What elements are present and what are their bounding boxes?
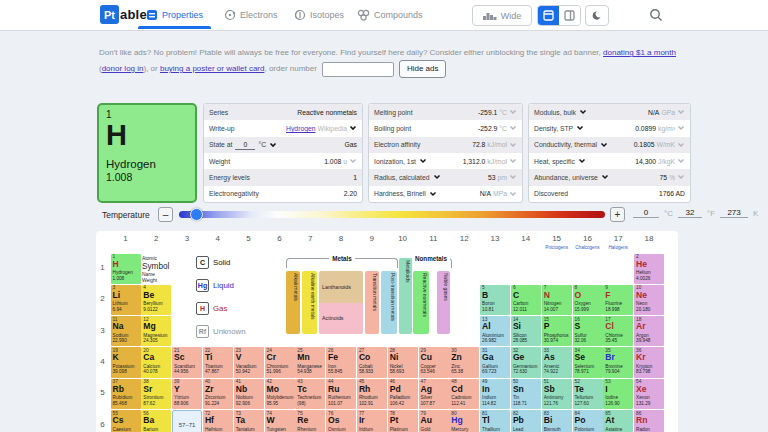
element-cell-Li[interactable]: 3LiLithium6.94 [111, 285, 141, 315]
state-temperature-input[interactable] [235, 140, 255, 150]
element-cell-Sr[interactable]: 38SrStrontium87.62 [141, 379, 171, 409]
element-cell-I[interactable]: 53IIodine126.90 [603, 379, 633, 409]
group-header-4[interactable]: 4 [202, 234, 233, 243]
element-cell-Ni[interactable]: 28NiNickel58.693 [388, 347, 418, 377]
element-cell-Mo[interactable]: 42MoMolybdenum95.95 [265, 379, 295, 409]
element-cell-Cr[interactable]: 24CrChromium51.996 [265, 347, 295, 377]
element-cell-Sb[interactable]: 51SbAntimony121.76 [542, 379, 572, 409]
element-cell-Ru[interactable]: 44RuRuthenium101.07 [326, 379, 356, 409]
chevron-down-icon[interactable] [429, 191, 437, 197]
group-header-6[interactable]: 6 [264, 234, 295, 243]
chevron-down-icon[interactable] [677, 174, 685, 180]
element-cell-Hf[interactable]: 72HfHafnium [203, 410, 233, 432]
element-cell-Br[interactable]: 35BrBromine79.904 [603, 347, 633, 377]
element-cell-Po[interactable]: 84PoPolonium [573, 410, 603, 432]
element-cell-Hg[interactable]: 80HgMercury [449, 410, 479, 432]
element-cell-Cs[interactable]: 55CsCaesium [111, 410, 141, 432]
fahrenheit-input[interactable]: 32 [678, 208, 702, 218]
tab-isotopes[interactable]: Isotopes [294, 0, 344, 29]
element-cell-N[interactable]: 7NNitrogen14.007 [542, 285, 572, 315]
element-cell-Os[interactable]: 76OsOsmium [326, 410, 356, 432]
element-cell-Be[interactable]: 4BeBeryllium9.0122 [141, 285, 171, 315]
element-cell-P[interactable]: 15PPhosphorus30.974 [542, 316, 572, 346]
property-label[interactable]: Density, STP [534, 125, 584, 132]
state-key-unknown[interactable]: RfUnknown [196, 324, 246, 338]
lanthanide-range-cell[interactable]: 57–71 [172, 410, 202, 432]
celsius-input[interactable]: 0 [633, 208, 659, 218]
group-header-3[interactable]: 3 [172, 234, 203, 243]
element-cell-B[interactable]: 5BBoron10.81 [480, 285, 510, 315]
tab-electrons[interactable]: Electrons [224, 0, 278, 29]
element-cell-F[interactable]: 9FFluorine18.998 [603, 285, 633, 315]
element-cell-Ir[interactable]: 77IrIridium [357, 410, 387, 432]
donor-login-link[interactable]: donor log in [102, 64, 144, 73]
search-button[interactable] [649, 8, 663, 26]
chevron-down-icon[interactable] [677, 125, 685, 131]
poster-link[interactable]: buying a poster or wallet card [160, 64, 265, 73]
state-key-liquid[interactable]: HgLiquid [196, 278, 246, 292]
element-cell-At[interactable]: 85AtAstatine [603, 410, 633, 432]
element-cell-Al[interactable]: 13AlAluminium26.982 [480, 316, 510, 346]
property-label[interactable]: Modulus, bulk [534, 109, 587, 116]
chevron-down-icon[interactable] [509, 174, 517, 180]
group-header-14[interactable]: 14 [510, 234, 541, 243]
temperature-slider-track[interactable] [179, 211, 605, 218]
element-cell-Y[interactable]: 39YYttrium88.906 [172, 379, 202, 409]
period-label-6[interactable]: 6 [97, 420, 108, 429]
group-header-12[interactable]: 12 [449, 234, 480, 243]
element-cell-Zr[interactable]: 40ZrZirconium91.224 [203, 379, 233, 409]
group-header-9[interactable]: 9 [356, 234, 387, 243]
group-header-2[interactable]: 2 [141, 234, 172, 243]
chevron-down-icon[interactable] [269, 142, 277, 148]
order-number-input[interactable] [322, 62, 394, 77]
element-cell-As[interactable]: 33AsArsenic74.922 [542, 347, 572, 377]
chevron-down-icon[interactable] [677, 158, 685, 164]
element-cell-In[interactable]: 49InIndium114.82 [480, 379, 510, 409]
group-header-16[interactable]: 16 [572, 234, 603, 243]
tab-properties[interactable]: Properties [146, 0, 203, 29]
element-cell-Au[interactable]: 79AuGold [419, 410, 449, 432]
chevron-down-icon[interactable] [601, 174, 609, 180]
nonmetals-bracket-label[interactable]: Nonmetals [412, 255, 450, 262]
tab-compounds[interactable]: Compounds [357, 0, 423, 29]
element-cell-Rh[interactable]: 45RhRhodium102.91 [357, 379, 387, 409]
element-cell-Si[interactable]: 14SiSilicon28.085 [511, 316, 541, 346]
group-header-7[interactable]: 7 [295, 234, 326, 243]
element-cell-Cl[interactable]: 17ClChlorine35.45 [603, 316, 633, 346]
property-label[interactable]: Heat, specific [534, 158, 586, 165]
chevron-down-icon[interactable] [433, 174, 441, 180]
element-cell-Pd[interactable]: 46PdPalladium106.42 [388, 379, 418, 409]
hide-ads-button[interactable]: Hide ads [399, 60, 447, 78]
group-header-8[interactable]: 8 [326, 234, 357, 243]
state-key-gas[interactable]: HGas [196, 301, 246, 315]
group-header-18[interactable]: 18 [634, 234, 665, 243]
category-label-alkaline-earth-metals[interactable]: Alkaline earth metals [302, 271, 317, 334]
writeup-link[interactable]: Hydrogen [286, 125, 315, 132]
element-cell-Sc[interactable]: 21ScScandium44.956 [172, 347, 202, 377]
element-cell-Se[interactable]: 34SeSelenium78.971 [573, 347, 603, 377]
element-cell-Re[interactable]: 75ReRhenium [295, 410, 325, 432]
chevron-down-icon[interactable] [579, 109, 587, 115]
period-label-2[interactable]: 2 [97, 294, 108, 303]
dark-mode-button[interactable] [585, 5, 609, 26]
property-label[interactable]: Hardness, Brinell [374, 190, 437, 197]
element-cell-H[interactable]: 1HHydrogen1.008 [111, 254, 141, 284]
element-cell-Ga[interactable]: 31GaGallium69.723 [480, 347, 510, 377]
property-label[interactable]: Abundance, universe [534, 174, 609, 181]
wide-layout-button[interactable]: Wide [472, 5, 532, 26]
group-header-1[interactable]: 1 [110, 234, 141, 243]
category-label-transition-metals[interactable]: Transition metals [365, 271, 379, 334]
temperature-decrease-button[interactable]: – [158, 207, 173, 222]
group-header-11[interactable]: 11 [418, 234, 449, 243]
period-label-5[interactable]: 5 [97, 388, 108, 397]
chevron-down-icon[interactable] [509, 158, 517, 164]
element-cell-Ar[interactable]: 18ArArgon39.948 [634, 316, 664, 346]
chevron-down-icon[interactable] [677, 142, 685, 148]
element-cell-Cu[interactable]: 29CuCopper63.546 [419, 347, 449, 377]
element-cell-V[interactable]: 23VVanadium50.942 [234, 347, 264, 377]
element-cell-Pb[interactable]: 82PbLead [511, 410, 541, 432]
group-header-17[interactable]: 17 [603, 234, 634, 243]
element-cell-Pt[interactable]: 78PtPlatinum [388, 410, 418, 432]
element-cell-C[interactable]: 6CCarbon12.011 [511, 285, 541, 315]
state-key-solid[interactable]: CSolid [196, 255, 246, 269]
